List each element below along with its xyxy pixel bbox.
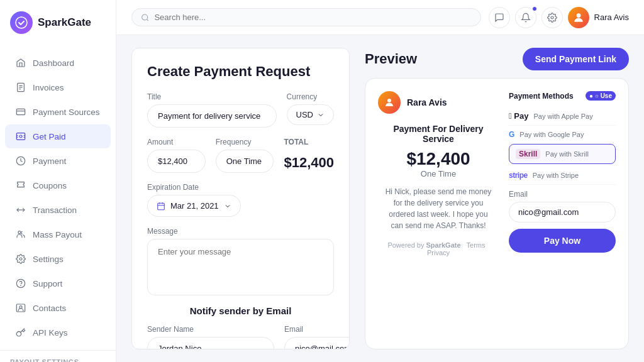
frequency-group: Frequency One Time — [216, 138, 274, 173]
svg-point-0 — [16, 17, 27, 28]
google-pay-method[interactable]: G Pay with Google Pay — [509, 126, 616, 144]
sender-name-input[interactable] — [147, 337, 274, 349]
svg-point-12 — [19, 258, 22, 260]
stripe-label: Pay with Stripe — [533, 172, 579, 179]
notification-button[interactable] — [515, 7, 536, 28]
sidebar-item-label-contacts: Contacts — [33, 304, 66, 313]
expiry-value: Mar 21, 2021 — [170, 201, 219, 211]
footer-powered: Powered by — [387, 241, 424, 249]
sidebar-item-mass-payout[interactable]: Mass Payout — [5, 222, 111, 246]
user-name: Rara Avis — [594, 13, 629, 22]
message-textarea[interactable] — [147, 239, 334, 295]
create-payment-form: Create Payment Request Title Currency US… — [131, 48, 350, 349]
svg-rect-15 — [16, 304, 25, 312]
sidebar-item-support[interactable]: Support — [5, 272, 111, 295]
currency-group: Currency USD — [287, 92, 334, 128]
sidebar-item-label-support: Support — [33, 279, 62, 288]
notify-title: Notify sender by Email — [147, 305, 334, 316]
preview-right: Payment Methods ● ○ Use  Pay Pay with A… — [509, 91, 616, 256]
footer-brand: SparkGate — [426, 241, 461, 249]
calendar-icon — [157, 202, 165, 211]
send-payment-link-button[interactable]: Send Payment Link — [523, 48, 629, 70]
terms-link[interactable]: Terms — [467, 241, 486, 249]
sidebar-item-payment-sources[interactable]: Payment Sources — [5, 100, 111, 124]
sidebar-item-label-payment: Payment — [33, 156, 66, 166]
currency-select[interactable]: USD — [287, 104, 334, 125]
sidebar-item-label-mass-payout: Mass Payout — [33, 230, 82, 239]
sidebar-item-contacts[interactable]: Contacts — [5, 296, 111, 320]
avatar-icon — [384, 97, 395, 108]
date-picker[interactable]: Mar 21, 2021 — [147, 195, 241, 217]
title-label: Title — [147, 92, 277, 101]
currency-value: USD — [296, 110, 313, 119]
pay-now-button[interactable]: Pay Now — [509, 229, 616, 253]
title-group: Title — [147, 92, 277, 128]
header-icons: Rara Avis — [489, 7, 629, 28]
google-pay-logo: G — [509, 130, 514, 139]
currency-label: Currency — [287, 92, 334, 101]
skrill-label: Pay with Skrill — [545, 150, 588, 158]
apple-pay-label: Pay with Apple Pay — [534, 112, 593, 120]
sidebar: SparkGate Dashboard Invoices — [0, 0, 116, 362]
payment-toggle[interactable]: ● ○ Use — [586, 91, 616, 101]
stripe-method[interactable]: stripe Pay with Stripe — [509, 167, 616, 185]
chevron-down-date-icon — [224, 202, 231, 210]
sender-name-group: Sender Name — [147, 325, 274, 349]
preview-user: Rara Avis — [378, 91, 499, 114]
sender-name-label: Sender Name — [147, 325, 274, 334]
frequency-input[interactable]: One Time — [216, 150, 274, 173]
preview-username: Rara Avis — [407, 97, 447, 107]
amount-input[interactable]: $12,400 — [147, 150, 206, 173]
home-icon — [15, 57, 26, 69]
email-label-preview: Email — [509, 190, 616, 199]
email-input-preview[interactable] — [509, 202, 616, 222]
payout-settings-label: Payout Settings — [10, 358, 106, 362]
app-logo[interactable]: SparkGate — [0, 0, 116, 45]
sidebar-item-settings[interactable]: Settings — [5, 247, 111, 271]
preview-frequency: One Time — [378, 169, 499, 178]
transaction-icon — [15, 204, 26, 216]
search-bar[interactable] — [131, 8, 481, 26]
chat-icon — [494, 13, 504, 23]
sidebar-item-payment[interactable]: Payment — [5, 149, 111, 173]
search-input[interactable] — [154, 13, 471, 22]
chat-button[interactable] — [489, 7, 510, 28]
sidebar-item-label-get-paid: Get Paid — [33, 132, 66, 141]
email-input[interactable] — [284, 337, 350, 349]
privacy-link[interactable]: Privacy — [427, 249, 450, 256]
apple-pay-method[interactable]:  Pay Pay with Apple Pay — [509, 107, 616, 126]
settings-button[interactable] — [541, 7, 563, 28]
mass-payout-icon — [15, 229, 26, 240]
avatar[interactable] — [568, 7, 589, 28]
sidebar-item-api-keys[interactable]: API Keys — [5, 321, 111, 344]
email-section: Email — [509, 190, 616, 222]
invoices-icon — [15, 82, 26, 93]
total-label: Total — [284, 138, 334, 146]
chevron-down-icon — [317, 111, 325, 119]
svg-point-16 — [19, 306, 22, 309]
amount-value: $12,400 — [158, 156, 187, 166]
amount-group: Amount $12,400 — [147, 138, 206, 173]
sidebar-item-get-paid[interactable]: Get Paid — [5, 124, 111, 148]
frequency-value: One Time — [226, 156, 262, 166]
sidebar-item-transaction[interactable]: Transaction — [5, 198, 111, 222]
svg-point-19 — [576, 13, 580, 18]
email-group: Email — [284, 325, 350, 349]
app-name: SparkGate — [38, 16, 91, 29]
svg-point-18 — [551, 16, 553, 19]
card-icon — [15, 106, 26, 118]
sidebar-item-label-api-keys: API Keys — [33, 328, 68, 337]
sidebar-item-label-invoices: Invoices — [33, 83, 64, 92]
sidebar-item-dashboard[interactable]: Dashboard — [5, 51, 111, 75]
title-input[interactable] — [147, 104, 277, 128]
logo-icon — [10, 11, 33, 34]
sidebar-item-invoices[interactable]: Invoices — [5, 75, 111, 99]
skrill-method[interactable]: Skrill Pay with Skrill — [509, 144, 616, 164]
header: Rara Avis — [116, 0, 644, 35]
get-paid-icon — [15, 131, 26, 142]
preview-amount: $12,400 — [378, 149, 499, 169]
apple-pay-logo:  Pay — [509, 111, 529, 121]
sidebar-item-coupons[interactable]: Coupons — [5, 173, 111, 197]
api-keys-icon — [15, 327, 26, 338]
svg-rect-20 — [158, 203, 165, 210]
